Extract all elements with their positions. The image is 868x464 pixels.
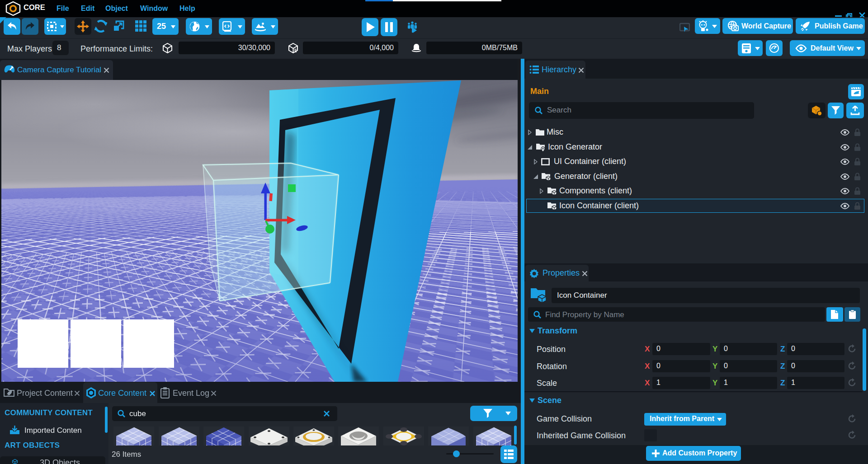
svg-text:CORE: CORE — [24, 4, 45, 11]
